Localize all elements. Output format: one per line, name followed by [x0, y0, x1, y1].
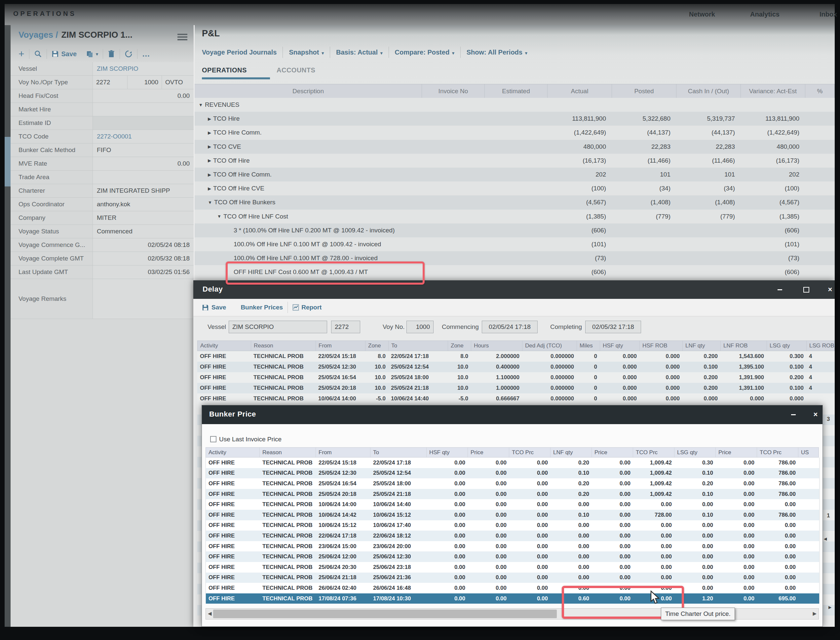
- delay-save-button[interactable]: Save: [202, 304, 226, 311]
- pnl-col-header-variance-act-est[interactable]: Variance: Act-Est: [741, 84, 805, 98]
- field-value-voyage-status[interactable]: Commenced: [93, 225, 194, 238]
- tree-collapse-icon[interactable]: ▼: [217, 214, 221, 219]
- delay-col-header-reason[interactable]: Reason: [251, 341, 316, 351]
- tree-collapse-icon[interactable]: ▼: [208, 200, 212, 205]
- bunker-row[interactable]: OFF HIRETECHNICAL PROB26/06/24 02:4026/0…: [206, 583, 819, 594]
- pnl-col-header-cash-in-out-[interactable]: Cash In / (Out): [676, 84, 741, 98]
- field-value-trade-area[interactable]: [93, 171, 194, 184]
- more-options-button[interactable]: …: [137, 49, 155, 59]
- bunker-col-header-tco-prc[interactable]: TCO Prc: [633, 448, 674, 457]
- field-value-company[interactable]: MITER: [93, 211, 194, 224]
- use-last-invoice-price-checkbox[interactable]: [210, 436, 216, 442]
- pnl-col-header-actual[interactable]: Actual: [548, 84, 612, 98]
- bunker-col-header-lnf-qty[interactable]: LNF qty: [551, 448, 592, 457]
- save-button[interactable]: Save: [47, 49, 81, 59]
- field-value-estimate-id[interactable]: [93, 116, 194, 130]
- bunker-col-header-price[interactable]: Price: [716, 448, 757, 457]
- pnl-row[interactable]: ▼REVENUES: [195, 98, 835, 112]
- delay-close-button[interactable]: ×: [825, 285, 835, 294]
- pnl-row[interactable]: ▶TCO Hire Comm.(1,422,649)(44,137)(44,13…: [195, 126, 835, 139]
- delay-col-header-zone[interactable]: Zone: [448, 341, 471, 351]
- delay-col-header-activity[interactable]: Activity: [198, 341, 251, 351]
- delay-minimize-button[interactable]: [775, 285, 785, 294]
- bunker-row[interactable]: OFF HIRETECHNICAL PROB25/06/24 12:0025/0…: [206, 551, 819, 562]
- voyage-number-field[interactable]: 2272: [93, 76, 128, 89]
- breadcrumb-voyages[interactable]: Voyages /: [19, 30, 58, 40]
- pnl-col-header-invoice-no[interactable]: Invoice No: [422, 84, 485, 98]
- bunker-row[interactable]: OFF HIRETECHNICAL PROB10/06/24 15:1210/0…: [206, 520, 819, 531]
- pnl-row[interactable]: 100.0% Off Hire LNF 0.100 MT @ 1009.42 -…: [195, 237, 835, 251]
- bunker-row[interactable]: OFF HIRETECHNICAL PROB22/05/24 15:1822/0…: [206, 458, 819, 468]
- scroll-left-icon[interactable]: ◀: [824, 536, 827, 541]
- pnl-toolbar-snapshot[interactable]: Snapshot▾: [283, 49, 330, 56]
- delay-row[interactable]: OFF HIRETECHNICAL PROB10/06/24 14:00-5.0…: [197, 394, 835, 404]
- tree-expand-icon[interactable]: ▶: [208, 186, 211, 191]
- tree-expand-icon[interactable]: ▶: [208, 158, 211, 163]
- bunker-col-header-hsf-qty[interactable]: HSF qty: [426, 448, 468, 457]
- left-scrollbar-thumb[interactable]: [5, 137, 11, 186]
- pnl-row[interactable]: ▶TCO Off Hire CVE(100)(34)(34)(100): [195, 181, 835, 195]
- hamburger-menu-icon[interactable]: [177, 32, 187, 40]
- delay-col-header-miles[interactable]: Miles: [577, 341, 600, 351]
- field-value-vessel[interactable]: ZIM SCORPIO: [93, 62, 194, 75]
- delay-col-header-lnf-rob[interactable]: LNF ROB: [721, 341, 767, 351]
- pnl-row[interactable]: ▶TCO CVE480,00022,28322,283480,000: [195, 140, 835, 154]
- delay-col-header-hsf-rob[interactable]: HSF ROB: [640, 341, 683, 351]
- pnl-col-header-description[interactable]: Description: [195, 84, 422, 98]
- delay-col-header-hours[interactable]: Hours: [471, 341, 522, 351]
- bunker-row-selected[interactable]: OFF HIRETECHNICAL PROB17/08/24 07:3617/0…: [206, 594, 819, 604]
- field-value-charterer[interactable]: ZIM INTEGRATED SHIPP: [93, 184, 194, 197]
- field-value-tco-code[interactable]: 2272-O0001: [93, 130, 194, 143]
- tab-accounts[interactable]: ACCOUNTS: [276, 66, 315, 74]
- menu-inbox[interactable]: Inbox: [819, 11, 837, 18]
- bunker-col-header-activity[interactable]: Activity: [206, 448, 260, 457]
- bunker-col-header-reason[interactable]: Reason: [260, 448, 316, 457]
- delay-voyno-input[interactable]: 1000: [406, 321, 434, 333]
- field-value-head-fix-cost[interactable]: 0.00: [93, 89, 194, 102]
- delay-col-header-ded-adj-tco-[interactable]: Ded Adj (TCO): [522, 341, 577, 351]
- bunker-minimize-button[interactable]: [789, 410, 798, 419]
- delay-col-header-lsg-qty[interactable]: LSG qty: [767, 341, 806, 351]
- scroll-right-icon[interactable]: ▶: [813, 611, 816, 616]
- add-button[interactable]: +: [14, 49, 29, 59]
- field-value-voyage-complete-gmt[interactable]: 02/05/32 08:18: [93, 252, 194, 265]
- bunker-row[interactable]: OFF HIRETECHNICAL PROB25/05/24 20:1825/0…: [206, 489, 819, 499]
- delay-vessel-input[interactable]: ZIM SCORPIO: [229, 321, 327, 333]
- bunker-row[interactable]: OFF HIRETECHNICAL PROB22/06/24 17:1822/0…: [206, 531, 819, 541]
- bunker-row[interactable]: OFF HIRETECHNICAL PROB23/06/24 15:0023/0…: [206, 541, 819, 552]
- delay-col-header-lnf-qty[interactable]: LNF qty: [683, 341, 721, 351]
- left-scrollbar[interactable]: [5, 25, 11, 627]
- bunker-close-button[interactable]: ×: [811, 410, 821, 419]
- delay-commencing-input[interactable]: 02/05/24 17:18: [482, 321, 538, 333]
- field-value-last-update-gmt[interactable]: 03/02/25 01:56: [93, 266, 194, 279]
- delay-report-button[interactable]: Report: [292, 304, 321, 311]
- pnl-col-header--[interactable]: %: [805, 84, 835, 98]
- delay-col-header-lsg-rob[interactable]: LSG ROB: [806, 341, 835, 351]
- delay-bunker-prices-button[interactable]: Bunker Prices: [241, 304, 283, 311]
- pnl-row[interactable]: 3 * (100.0% Off Hire LNF 0.200 MT @ 1009…: [195, 224, 835, 237]
- bunker-col-header-price[interactable]: Price: [592, 448, 633, 457]
- pnl-row[interactable]: ▼TCO Off Hire Bunkers(4,567)(1,408)(1,40…: [195, 195, 835, 209]
- scroll-left-icon[interactable]: ◀: [208, 611, 212, 616]
- delete-button[interactable]: [103, 49, 120, 59]
- field-value-ops-coordinator[interactable]: anthony.kok: [93, 198, 194, 211]
- bunker-col-header-tco-prc[interactable]: TCO Prc: [757, 448, 798, 457]
- bunker-row[interactable]: OFF HIRETECHNICAL PROB25/05/24 16:5425/0…: [206, 478, 819, 489]
- tree-expand-icon[interactable]: ▶: [208, 144, 211, 149]
- bunker-row[interactable]: OFF HIRETECHNICAL PROB10/06/24 14:0010/0…: [206, 499, 819, 510]
- pnl-col-header-posted[interactable]: Posted: [612, 84, 676, 98]
- pnl-row[interactable]: ▶TCO Off Hire(16,173)(11,466)(11,466)(16…: [195, 154, 835, 168]
- bunker-col-header-price[interactable]: Price: [468, 448, 509, 457]
- scroll-right-icon[interactable]: ▶: [829, 605, 831, 610]
- menu-network[interactable]: Network: [689, 11, 715, 18]
- bunker-col-header-to[interactable]: To: [370, 448, 426, 457]
- field-value-voyage-commence-g-[interactable]: 02/05/24 08:18: [93, 238, 194, 251]
- pnl-row[interactable]: ▶TCO Off Hire Comm.202101101202: [195, 168, 835, 181]
- delay-col-header-hsf-qty[interactable]: HSF qty: [600, 341, 640, 351]
- delay-col-header-zone[interactable]: Zone: [366, 341, 389, 351]
- tree-expand-icon[interactable]: ▶: [208, 172, 211, 177]
- pnl-toolbar-basis-actual[interactable]: Basis: Actual▾: [330, 49, 389, 56]
- field-value-market-hire[interactable]: [93, 103, 194, 116]
- pnl-toolbar-show-all-periods[interactable]: Show: All Periods▾: [461, 49, 533, 56]
- pnl-toolbar-voyage-period-journals[interactable]: Voyage Period Journals: [202, 49, 283, 56]
